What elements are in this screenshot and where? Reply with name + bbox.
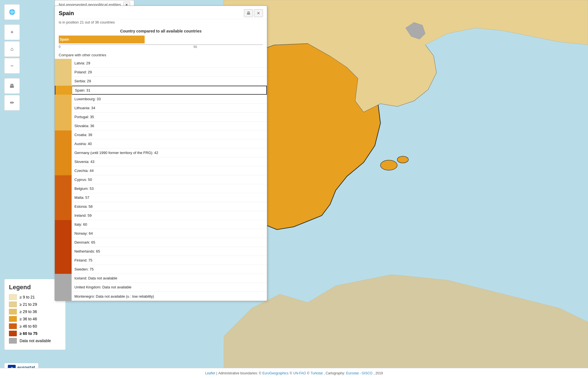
country-color-swatch (55, 220, 72, 229)
country-row[interactable]: Montenegro: Data not available (u : low … (55, 292, 267, 301)
country-row[interactable]: Germany (until 1990 former territory of … (55, 148, 267, 157)
legend-color-swatch-2 (9, 309, 17, 314)
country-color-swatch (55, 175, 72, 184)
country-name-label: Montenegro: Data not available (u : low … (72, 294, 267, 298)
popup-controls: 🖶 ✕ (244, 9, 263, 17)
country-row[interactable]: Latvia: 29 (55, 59, 267, 68)
toolbar: 🌐 + ⌂ − 🖶 ✏ (4, 4, 20, 111)
chart-bar-label: Spain (60, 38, 69, 41)
country-color-swatch (55, 86, 72, 95)
country-row[interactable]: Italy: 60 (55, 220, 267, 229)
gisco-link[interactable]: Eurostat - GISCO (346, 371, 372, 375)
country-name-label: Norway: 64 (72, 231, 267, 235)
svg-point-2 (397, 156, 408, 163)
country-row[interactable]: Slovakia: 36 (55, 122, 267, 130)
popup-chart-section: Country compared to all available countr… (55, 27, 267, 52)
country-name-label: Estonia: 58 (72, 204, 267, 209)
country-row[interactable]: Croatia: 39 (55, 130, 267, 139)
country-name-label: Netherlands: 65 (72, 249, 267, 253)
edit-button[interactable]: ✏ (4, 95, 20, 111)
legend-item-4: ≥ 46 to 60 (9, 323, 61, 329)
country-row[interactable]: Luxembourg: 33 (55, 95, 267, 104)
country-row[interactable]: Cyprus: 50 (55, 175, 267, 184)
country-row[interactable]: Poland: 29 (55, 68, 267, 77)
country-row[interactable]: Iceland: Data not available (55, 274, 267, 283)
legend-title: Legend (9, 284, 61, 291)
axis-tick-0: 0 (59, 45, 60, 48)
country-color-swatch (55, 77, 72, 86)
country-row[interactable]: Malta: 57 (55, 193, 267, 202)
axis-tick-50: 50 (194, 45, 197, 48)
zoom-out-button[interactable]: − (4, 58, 20, 74)
turkstat-link[interactable]: Turkstat (311, 371, 323, 375)
country-color-swatch (55, 211, 72, 220)
country-row[interactable]: United Kingdom: Data not available (55, 283, 267, 292)
legend-item-1: ≥ 21 to 29 (9, 302, 61, 307)
legend-items: ≥ 9 to 21≥ 21 to 29≥ 29 to 36≥ 36 to 46≥… (9, 294, 61, 344)
chart-title: Country compared to all available countr… (59, 29, 263, 33)
home-button[interactable]: ⌂ (4, 41, 20, 57)
country-row[interactable]: Czechia: 44 (55, 166, 267, 175)
leaflet-link[interactable]: Leaflet (205, 371, 215, 375)
country-color-swatch (55, 292, 72, 301)
country-row[interactable]: Portugal: 35 (55, 113, 267, 122)
country-color-swatch (55, 157, 72, 166)
print-map-button[interactable]: 🖶 (4, 78, 20, 94)
country-row[interactable]: Serbia: 29 (55, 77, 267, 86)
unfao-link[interactable]: UN-FAO (293, 371, 306, 375)
country-name-label: Serbia: 29 (72, 79, 267, 83)
country-row[interactable]: Netherlands: 65 (55, 247, 267, 256)
country-row[interactable]: Belgium: 53 (55, 184, 267, 193)
country-color-swatch (55, 229, 72, 238)
country-row[interactable]: Austria: 40 (55, 139, 267, 148)
country-row[interactable]: Norway: 64 (55, 229, 267, 238)
country-color-swatch (55, 113, 72, 122)
country-row[interactable]: Sweden: 75 (55, 265, 267, 274)
zoom-in-button[interactable]: + (4, 24, 20, 40)
cartography-text: , Cartography: (324, 371, 345, 375)
legend-color-label-1: ≥ 21 to 29 (20, 302, 37, 307)
popup-subtitle: is in position 21 out of 36 countries (55, 19, 267, 27)
country-color-swatch (55, 247, 72, 256)
country-name-label: Malta: 57 (72, 195, 267, 200)
country-name-label: Iceland: Data not available (72, 276, 267, 280)
country-name-label: Austria: 40 (72, 142, 267, 146)
separator-2: © (290, 371, 292, 375)
country-row[interactable]: Estonia: 58 (55, 202, 267, 211)
country-name-label: Croatia: 39 (72, 133, 267, 137)
country-row[interactable]: Finland: 75 (55, 256, 267, 265)
country-color-swatch (55, 274, 72, 283)
popup-close-button[interactable]: ✕ (254, 9, 263, 17)
country-row[interactable]: Denmark: 65 (55, 238, 267, 247)
legend-color-label-3: ≥ 36 to 46 (20, 317, 37, 321)
legend-color-swatch-3 (9, 316, 17, 322)
country-name-label: Latvia: 29 (72, 61, 267, 65)
legend-color-label-2: ≥ 29 to 36 (20, 309, 37, 314)
legend-item-5: ≥ 60 to 75 (9, 331, 61, 336)
legend-color-swatch-1 (9, 302, 17, 307)
legend-color-swatch-0 (9, 294, 17, 300)
admin-text: Administrative boundaries: © (218, 371, 261, 375)
country-name-label: Denmark: 65 (72, 240, 267, 244)
legend-color-swatch-4 (9, 323, 17, 329)
popup-header: Spain 🖶 ✕ (55, 6, 267, 19)
country-color-swatch (55, 256, 72, 265)
country-name-label: Poland: 29 (72, 70, 267, 74)
country-color-swatch (55, 184, 72, 193)
country-color-swatch (55, 59, 72, 68)
globe-button[interactable]: 🌐 (4, 4, 20, 20)
popup-print-button[interactable]: 🖶 (244, 9, 253, 17)
country-name-label: Slovenia: 43 (72, 160, 267, 164)
country-color-swatch (55, 130, 72, 139)
eurogeographics-link[interactable]: EuroGeographics (262, 371, 288, 375)
country-row[interactable]: Spain: 31 (55, 86, 267, 95)
country-list[interactable]: Latvia: 29Poland: 29Serbia: 29Spain: 31L… (55, 59, 267, 301)
legend-color-label-5: ≥ 60 to 75 (20, 331, 37, 336)
svg-point-1 (380, 160, 397, 170)
country-name-label: Germany (until 1990 former territory of … (72, 151, 267, 155)
country-row[interactable]: Ireland: 59 (55, 211, 267, 220)
country-color-swatch (55, 193, 72, 202)
country-color-swatch (55, 283, 72, 292)
country-row[interactable]: Lithuania: 34 (55, 104, 267, 113)
country-row[interactable]: Slovenia: 43 (55, 157, 267, 166)
